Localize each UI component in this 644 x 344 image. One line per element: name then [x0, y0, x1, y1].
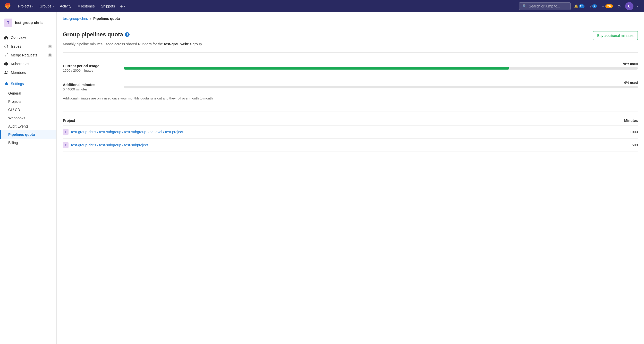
current-usage-label: Current period usage — [63, 64, 120, 68]
help-chevron-icon: ▾ — [620, 5, 622, 8]
current-usage-pct: 75% used — [622, 62, 638, 66]
additional-usage-detail: 0 / 4000 minutes — [63, 87, 120, 91]
svg-marker-1 — [4, 62, 8, 66]
todos-btn[interactable]: ✓ 99+ — [600, 3, 614, 10]
table-header-row: Project Minutes — [63, 116, 638, 125]
additional-usage-bar-bg — [124, 86, 638, 88]
additional-usage-label: Additional minutes — [63, 83, 120, 87]
current-usage-detail: 1500 / 2000 minutes — [63, 69, 120, 72]
page-title-text: Group pipelines quota — [63, 31, 123, 38]
page-content-area: Group pipelines quota ? Buy additional m… — [57, 25, 644, 158]
nav-groups[interactable]: Groups ▾ — [37, 3, 56, 10]
nav-plus-icon[interactable]: ⊕ ▾ — [118, 3, 127, 10]
search-box[interactable]: 🔍 — [519, 2, 571, 10]
current-period-usage-row: Current period usage 1500 / 2000 minutes… — [63, 64, 638, 72]
merge-request-icon: ⑂ — [590, 4, 592, 8]
notifications-btn[interactable]: 🔔 25 — [573, 3, 586, 10]
table-body: T test-group-chris / test-subgroup / tes… — [63, 125, 638, 152]
breadcrumb-current: Pipelines quota — [93, 16, 120, 21]
notifications-badge: 25 — [579, 4, 584, 8]
check-icon: ✓ — [602, 4, 605, 8]
sidebar-divider-settings — [0, 78, 56, 78]
nav-milestones[interactable]: Milestones — [75, 3, 97, 10]
question-icon: ? — [618, 4, 620, 8]
buy-minutes-button[interactable]: Buy additional minutes — [593, 31, 638, 40]
additional-usage-pct: 0% used — [624, 81, 638, 85]
sidebar-divider-top — [0, 32, 56, 32]
group-avatar: T — [4, 19, 12, 27]
additional-usage-note: Additional minutes are only used once yo… — [63, 95, 638, 100]
settings-projects[interactable]: Projects — [0, 97, 56, 106]
page-header: Group pipelines quota ? Buy additional m… — [63, 31, 638, 40]
sidebar-item-settings[interactable]: Settings — [0, 79, 56, 88]
settings-pipelines-quota[interactable]: Pipelines quota — [0, 130, 56, 139]
user-menu-chevron-icon[interactable]: ▾ — [635, 3, 640, 9]
top-nav-links: Projects ▾ Groups ▾ Activity Milestones … — [15, 3, 127, 10]
project-link[interactable]: T test-group-chris / test-subgroup / tes… — [63, 129, 579, 135]
page-layout: T test-group-chris Overview Issues 0 Mer… — [0, 12, 644, 344]
current-period-usage-wrapper: Current period usage 1500 / 2000 minutes… — [63, 58, 638, 72]
project-avatar: T — [63, 142, 69, 148]
nav-projects[interactable]: Projects ▾ — [15, 3, 36, 10]
sidebar-item-overview[interactable]: Overview — [0, 33, 56, 42]
group-header: T test-group-chris — [0, 16, 56, 31]
todos-badge: 99+ — [605, 4, 613, 8]
col-minutes: Minutes — [579, 116, 638, 125]
breadcrumb-parent-link[interactable]: test-group-chris — [63, 16, 88, 21]
additional-label-col: Additional minutes 0 / 4000 minutes — [63, 83, 120, 91]
current-usage-bar-col: 75% used — [124, 67, 638, 70]
project-avatar: T — [63, 129, 69, 135]
group-name: test-group-chris — [15, 21, 43, 25]
main-content: test-group-chris › Pipelines quota Group… — [57, 12, 644, 344]
project-name: test-group-chris / test-subgroup / test-… — [71, 130, 183, 134]
merge-request-icon — [4, 53, 8, 57]
nav-activity[interactable]: Activity — [57, 3, 74, 10]
issues-count: 0 — [48, 45, 52, 48]
svg-point-2 — [5, 71, 6, 73]
settings-cicd[interactable]: CI / CD — [0, 106, 56, 114]
search-input[interactable] — [529, 4, 565, 8]
sidebar: T test-group-chris Overview Issues 0 Mer… — [0, 12, 57, 344]
project-cell: T test-group-chris / test-subgroup / tes… — [63, 125, 579, 139]
help-btn[interactable]: ? ▾ — [616, 3, 623, 10]
settings-submenu: General Projects CI / CD Webhooks Audit … — [0, 88, 56, 148]
issues-icon — [4, 44, 8, 48]
settings-webhooks[interactable]: Webhooks — [0, 114, 56, 122]
mr-count: 0 — [48, 53, 52, 57]
project-name: test-group-chris / test-subgroup / test-… — [71, 143, 148, 147]
gitlab-logo[interactable] — [4, 3, 11, 10]
search-icon: 🔍 — [522, 4, 527, 8]
merge-requests-badge: 2 — [592, 4, 597, 8]
merge-requests-btn[interactable]: ⑂ 2 — [588, 3, 598, 10]
minutes-cell: 1000 — [579, 125, 638, 139]
sidebar-item-members[interactable]: Members — [0, 68, 56, 77]
top-navigation: Projects ▾ Groups ▾ Activity Milestones … — [0, 0, 644, 12]
nav-snippets[interactable]: Snippets — [98, 3, 117, 10]
settings-billing[interactable]: Billing — [0, 139, 56, 147]
usage-section: Current period usage 1500 / 2000 minutes… — [63, 52, 638, 105]
svg-point-0 — [5, 45, 8, 48]
sidebar-item-issues[interactable]: Issues 0 — [0, 42, 56, 51]
additional-usage-bar-col: 0% used — [124, 86, 638, 88]
table-row: T test-group-chris / test-subgroup / tes… — [63, 139, 638, 152]
sidebar-item-kubernetes[interactable]: Kubernetes — [0, 60, 56, 68]
help-icon[interactable]: ? — [125, 32, 130, 37]
projects-table-section: Project Minutes T test-group-chris / tes… — [63, 112, 638, 152]
settings-audit-events[interactable]: Audit Events — [0, 122, 56, 130]
project-cell: T test-group-chris / test-subgroup / tes… — [63, 139, 579, 152]
breadcrumb-separator: › — [90, 16, 91, 21]
table-row: T test-group-chris / test-subgroup / tes… — [63, 125, 638, 139]
sidebar-item-merge-requests[interactable]: Merge Requests 0 — [0, 51, 56, 60]
settings-general[interactable]: General — [0, 89, 56, 97]
groups-chevron-icon: ▾ — [53, 5, 54, 8]
project-link[interactable]: T test-group-chris / test-subgroup / tes… — [63, 142, 579, 148]
settings-icon — [4, 82, 8, 86]
minutes-cell: 500 — [579, 139, 638, 152]
user-avatar[interactable]: U — [625, 2, 633, 10]
projects-table: Project Minutes T test-group-chris / tes… — [63, 116, 638, 152]
projects-chevron-icon: ▾ — [32, 5, 33, 8]
current-usage-bar-bg — [124, 67, 638, 70]
svg-point-3 — [7, 71, 8, 72]
kubernetes-icon — [4, 62, 8, 66]
home-icon — [4, 36, 8, 40]
